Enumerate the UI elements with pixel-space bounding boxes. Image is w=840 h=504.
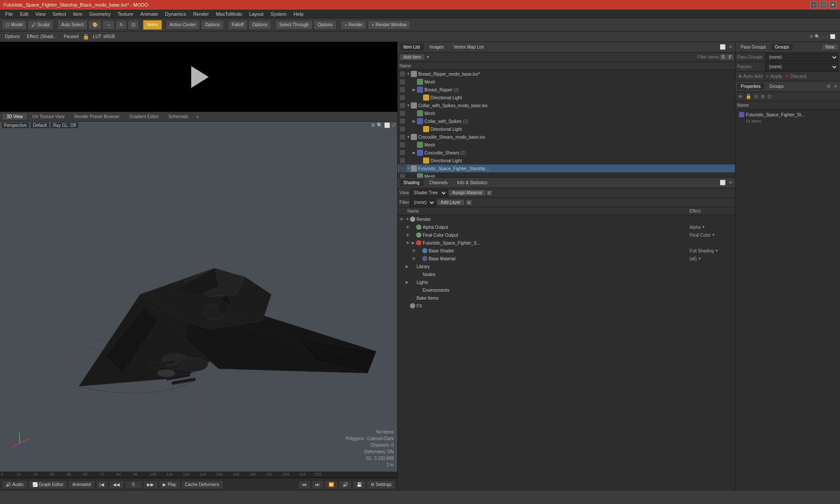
vis-toggle[interactable] xyxy=(399,94,406,101)
vis-toggle[interactable] xyxy=(399,87,406,93)
list-item[interactable]: ▼ Crocodile_Shears_modo_base.lxo xyxy=(398,133,735,141)
shader-row[interactable]: 👁 ▶ Futuristic_Space_Fighter_S... xyxy=(404,239,735,247)
auto-add-button[interactable]: ⊕ Auto Add xyxy=(737,74,763,79)
transport-4[interactable]: 🔊 xyxy=(339,480,352,489)
tab-channels[interactable]: Channels xyxy=(425,179,452,186)
shader-row[interactable]: 👁 FX xyxy=(398,302,735,310)
items-button[interactable]: Items xyxy=(143,20,161,30)
shader-vis-toggle[interactable]: 👁 xyxy=(406,233,410,238)
add-item-dropdown-icon[interactable]: ▼ xyxy=(426,55,430,60)
menu-select[interactable]: Select xyxy=(49,10,70,18)
options-button3[interactable]: Options xyxy=(314,20,336,30)
close-panel-icon[interactable]: ✕ xyxy=(728,44,733,50)
item-list-content[interactable]: ▼ Breast_Ripper_modo_base.lxo* Mesh ▶ xyxy=(398,70,735,178)
vis-toggle[interactable] xyxy=(399,126,406,132)
tab-render-preset[interactable]: Render Preset Browser xyxy=(70,113,125,120)
action-center-button[interactable]: Action Center xyxy=(166,20,200,30)
select-through-button[interactable]: Select Through xyxy=(275,20,313,30)
tab-schematic[interactable]: Schematic xyxy=(164,113,194,120)
sculpt-button[interactable]: 🖊 Sculpt xyxy=(28,20,53,30)
close-button[interactable]: ✕ xyxy=(830,1,836,8)
menu-file[interactable]: File xyxy=(2,10,17,18)
menu-render[interactable]: Render xyxy=(189,10,212,18)
vis-toggle[interactable] xyxy=(399,110,406,116)
vis-toggle[interactable] xyxy=(399,71,406,77)
pass-groups-select[interactable]: (none) xyxy=(765,53,838,61)
s-filter-badge[interactable]: S xyxy=(720,54,726,60)
tab-images[interactable]: Images xyxy=(426,43,448,51)
shader-expand[interactable]: ▶ xyxy=(412,241,416,245)
list-item[interactable]: Mesh xyxy=(398,78,735,86)
audio-button[interactable]: 🔊 Audio xyxy=(2,480,28,489)
tab-3d-view[interactable]: 3D View xyxy=(2,113,28,120)
props-settings-icon[interactable]: ⚙ xyxy=(826,84,832,89)
back-button[interactable]: ◀◀ xyxy=(109,480,124,489)
shader-vis-toggle[interactable]: 👁 xyxy=(412,248,416,253)
options-tab[interactable]: Options xyxy=(2,33,23,40)
tab-gradient-editor[interactable]: Gradient Editor xyxy=(125,113,164,120)
s-badge[interactable]: S xyxy=(466,200,472,205)
discard-button[interactable]: ✕ Discard xyxy=(784,74,807,79)
f-badge[interactable]: F xyxy=(487,191,492,195)
model-button[interactable]: ⬡ Model xyxy=(2,20,27,30)
play-render-button[interactable] xyxy=(188,66,210,88)
expand-arrow[interactable]: ▼ xyxy=(406,72,411,76)
group-list-item[interactable]: Futuristic_Space_Fighter_St... xyxy=(737,111,838,118)
expand-arrow[interactable]: ▼ xyxy=(406,166,411,171)
shader-row[interactable]: 👁 Bake Items xyxy=(398,294,735,302)
expand-arrow[interactable]: ▼ xyxy=(406,135,411,139)
menu-layout[interactable]: Layout xyxy=(245,10,267,18)
list-item[interactable]: ▶ Breast_Ripper (2) xyxy=(398,86,735,94)
expand-shading-icon[interactable]: ⬜ xyxy=(719,180,727,186)
render-button[interactable]: ● Render xyxy=(340,20,367,30)
viewport-zoom-icon[interactable]: 🔍 xyxy=(377,122,383,128)
forward-button[interactable]: ▶▶ xyxy=(143,480,158,489)
menu-animate[interactable]: Animate xyxy=(137,10,161,18)
render-window-button[interactable]: ● Render Window xyxy=(368,20,410,30)
vis-toggle[interactable] xyxy=(399,150,406,156)
menu-dynamics[interactable]: Dynamics xyxy=(161,10,189,18)
prev-frame-button[interactable]: |◀ xyxy=(96,480,108,489)
shader-expand[interactable]: ▶ xyxy=(406,264,410,269)
dropdown-icon[interactable]: ▼ xyxy=(702,225,706,229)
shader-tree-select[interactable]: Shader Tree xyxy=(410,189,448,197)
props-close-icon[interactable]: ✕ xyxy=(833,84,838,89)
settings-button[interactable]: ⚙ Settings xyxy=(367,480,396,489)
menu-geometry[interactable]: Geometry xyxy=(86,10,114,18)
list-item[interactable]: ▼ Futuristic_Space_Fighter_Starship ... xyxy=(398,164,735,172)
list-item[interactable]: Mesh xyxy=(398,172,735,178)
grid-groups-button[interactable]: ⊡ xyxy=(766,94,772,99)
falloff-button[interactable]: Falloff xyxy=(228,20,248,30)
menu-maxtomodo[interactable]: MaxToModo xyxy=(212,10,245,18)
list-item[interactable]: ▶ Crocodile_Shears (2) xyxy=(398,149,735,157)
tab-properties[interactable]: Properties xyxy=(737,83,764,90)
menu-system[interactable]: System xyxy=(267,10,290,18)
shader-row[interactable]: 👁 Base Shader Full Shading ▼ xyxy=(410,247,735,255)
shader-row[interactable]: 👁 ▶ Lights xyxy=(398,278,735,286)
maximize-button[interactable]: □ xyxy=(820,1,827,8)
expand-arrow[interactable]: ▶ xyxy=(413,150,417,155)
play-button[interactable]: ▶ Play xyxy=(159,480,180,489)
menu-edit[interactable]: Edit xyxy=(17,10,32,18)
paint-button[interactable]: 🎨 xyxy=(88,20,102,30)
vis-toggle[interactable] xyxy=(399,102,406,108)
viewport-frame-icon[interactable]: ⬜ xyxy=(384,122,390,128)
tab-shading[interactable]: Shading xyxy=(399,179,424,186)
passes-select[interactable]: (none) xyxy=(765,63,838,71)
f-filter-badge[interactable]: F xyxy=(727,54,733,60)
list-item[interactable]: Directional Light xyxy=(398,125,735,133)
graph-editor-button[interactable]: 📈 Graph Editor xyxy=(28,480,68,489)
list-item[interactable]: ▼ Breast_Ripper_modo_base.lxo* xyxy=(398,70,735,78)
vis-toggle[interactable] xyxy=(399,158,406,164)
options-button1[interactable]: Options xyxy=(201,20,224,30)
transport-2[interactable]: ⏭ xyxy=(312,480,324,489)
shader-row[interactable]: 👁 Base Material (all) ▼ xyxy=(410,255,735,262)
shader-row[interactable]: 👁 Nodes xyxy=(404,270,735,278)
list-item[interactable]: Mesh xyxy=(398,109,735,117)
minimize-button[interactable]: − xyxy=(810,1,817,8)
shader-vis-toggle[interactable]: 👁 xyxy=(406,241,410,245)
tab-info-statistics[interactable]: Info & Statistics xyxy=(453,179,491,186)
dropdown-icon[interactable]: ▼ xyxy=(715,248,719,253)
vis-toggle-all-button[interactable]: 👁 xyxy=(737,94,744,99)
expand-arrow[interactable]: ▶ xyxy=(413,119,417,123)
